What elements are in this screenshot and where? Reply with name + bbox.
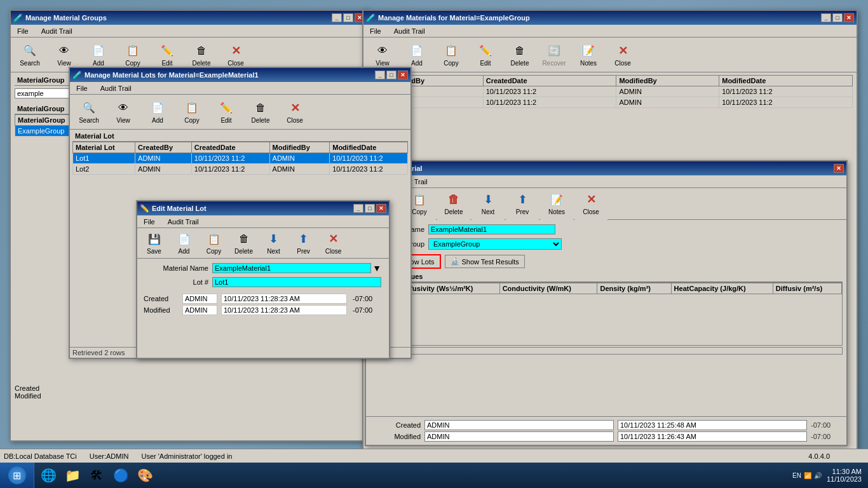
- view-button[interactable]: 👁 View: [107, 96, 140, 128]
- material-name-input[interactable]: [212, 263, 371, 273]
- window-manage-materials[interactable]: 🧪 Manage Materials for Material=ExampleG…: [362, 10, 858, 454]
- table-row[interactable]: Lot2 ADMIN 10/11/2023 11:2 ADMIN 10/11/2…: [73, 164, 408, 175]
- window-controls: _ □ ✕: [821, 13, 854, 22]
- menu-audit-trail[interactable]: Audit Trail: [164, 217, 203, 227]
- view-button[interactable]: 👁 View: [366, 39, 399, 71]
- close-button[interactable]: ✕ Close: [319, 229, 348, 257]
- user-status: User:ADMIN: [90, 452, 129, 460]
- copy-button[interactable]: 📋 Copy: [175, 96, 208, 128]
- prev-button[interactable]: ⬆ Prev: [506, 188, 539, 220]
- lot-input[interactable]: [212, 277, 381, 287]
- close-button[interactable]: ✕ Close: [574, 188, 607, 220]
- taskbar-tools-icon[interactable]: 🛠: [85, 464, 108, 486]
- taskbar-edge-icon[interactable]: 🔵: [109, 464, 132, 486]
- edit-button[interactable]: ✏️ Edit: [151, 39, 184, 71]
- close-button[interactable]: ✕ Close: [219, 39, 252, 71]
- close-button[interactable]: ✕: [376, 204, 386, 213]
- window-manage-materials-titlebar: 🧪 Manage Materials for Material=ExampleG…: [363, 11, 857, 25]
- window-edit-material[interactable]: ✏️ Edit Material ✕ File Audit Trail 📄 Ad…: [365, 160, 848, 446]
- taskbar-folder-icon[interactable]: 📁: [61, 464, 84, 486]
- table-row[interactable]: al1 ADMIN 10/11/2023 11:2 ADMIN 10/11/20…: [368, 86, 853, 97]
- delete-button[interactable]: 🗑 Delete: [185, 39, 218, 71]
- maximize-button[interactable]: □: [365, 204, 375, 213]
- close-button[interactable]: ✕: [834, 164, 844, 173]
- lot-row: Lot #: [141, 275, 385, 289]
- table-row[interactable]: Lot1 ADMIN 10/11/2023 11:2 ADMIN 10/11/2…: [73, 153, 408, 164]
- save-icon: 💾: [147, 231, 162, 247]
- notes-button[interactable]: 📝 Notes: [572, 39, 605, 71]
- show-test-results-button[interactable]: 🔬 Show Test Results: [445, 255, 525, 268]
- next-button[interactable]: ⬇ Next: [471, 188, 505, 220]
- menu-audit-trail[interactable]: Audit Trail: [37, 26, 76, 36]
- created-label: Created: [370, 421, 421, 429]
- taskbar-ie-icon[interactable]: 🌐: [37, 464, 60, 486]
- view-button[interactable]: 👁 View: [48, 39, 81, 71]
- delete-button[interactable]: 🗑 Delete: [437, 188, 470, 220]
- minimize-button[interactable]: _: [821, 13, 831, 22]
- add-button[interactable]: 📄 Add: [170, 229, 198, 257]
- notes-button[interactable]: 📝 Notes: [540, 188, 573, 220]
- menu-file[interactable]: File: [366, 26, 385, 36]
- search-button[interactable]: 🔍 Search: [72, 96, 105, 128]
- horizontal-scrollbar[interactable]: [370, 347, 843, 355]
- created-user: ADMIN: [182, 294, 217, 304]
- close-button[interactable]: ✕: [398, 71, 408, 79]
- clock-date: 11/10/2023: [827, 475, 862, 483]
- close-button[interactable]: ✕ Close: [278, 96, 311, 128]
- maximize-button[interactable]: □: [343, 13, 353, 22]
- window-icon: ✏️: [140, 204, 149, 213]
- maximize-button[interactable]: □: [386, 71, 397, 79]
- group-select[interactable]: ExampleGroup: [428, 238, 562, 250]
- delete-button[interactable]: 🗑 Delete: [229, 229, 258, 257]
- copy-button[interactable]: 📋 Copy: [200, 229, 228, 257]
- taskbar-paint-icon[interactable]: 🎨: [133, 464, 156, 486]
- window-icon: 🧪: [366, 13, 376, 22]
- prev-button[interactable]: ⬆ Prev: [289, 229, 318, 257]
- show-test-icon: 🔬: [451, 257, 459, 266]
- db-status: DB:Local Database TCi: [4, 452, 77, 460]
- copy-button[interactable]: 📋 Copy: [116, 39, 149, 71]
- window-icon: 🧪: [72, 71, 82, 79]
- menu-file[interactable]: File: [72, 83, 92, 93]
- menu-file[interactable]: File: [13, 26, 32, 36]
- copy-icon: 📋: [207, 231, 222, 247]
- modified-label: Modified: [144, 306, 179, 314]
- copy-button[interactable]: 📋 Copy: [435, 39, 468, 71]
- modified-label: Modified: [370, 433, 421, 440]
- view-icon: 👁: [57, 43, 72, 58]
- maximize-button[interactable]: □: [832, 13, 843, 22]
- dropdown-icon[interactable]: ▼: [372, 263, 381, 273]
- name-input[interactable]: [428, 224, 555, 234]
- next-button[interactable]: ⬇ Next: [259, 229, 288, 257]
- delete-button[interactable]: 🗑 Delete: [244, 96, 277, 128]
- modified-date: 10/11/2023 11:26:43 AM: [618, 431, 807, 442]
- created-row: Created ADMIN 10/11/2023 11:28:23 AM -07…: [141, 293, 385, 304]
- table-row[interactable]: al2 ADMIN 10/11/2023 11:2 ADMIN 10/11/20…: [368, 97, 853, 108]
- minimize-button[interactable]: _: [375, 71, 385, 79]
- window-edit-lot[interactable]: ✏️ Edit Material Lot _ □ ✕ File Audit Tr…: [136, 200, 390, 359]
- close-button[interactable]: ✕: [844, 13, 854, 22]
- add-button[interactable]: 📄 Add: [82, 39, 115, 71]
- material-name-label: Material Name: [145, 264, 208, 272]
- edit-button[interactable]: ✏️ Edit: [469, 39, 502, 71]
- add-button[interactable]: 📄 Add: [141, 96, 174, 128]
- group-row: Group ExampleGroup: [370, 236, 843, 252]
- lots-table: Material Lot CreatedBy CreatedDate Modif…: [72, 142, 408, 175]
- minimize-button[interactable]: _: [332, 13, 342, 22]
- delete-icon: 🗑: [512, 43, 527, 58]
- menu-file[interactable]: File: [140, 217, 159, 227]
- add-button[interactable]: 📄 Add: [400, 39, 433, 71]
- edit-button[interactable]: ✏️ Edit: [210, 96, 243, 128]
- delete-button[interactable]: 🗑 Delete: [503, 39, 536, 71]
- search-button[interactable]: 🔍 Search: [13, 39, 46, 71]
- window-edit-material-titlebar: ✏️ Edit Material ✕: [366, 161, 846, 175]
- save-button[interactable]: 💾 Save: [140, 229, 168, 257]
- add-icon: 📄: [177, 231, 192, 247]
- start-button[interactable]: ⊞: [0, 463, 34, 488]
- close-button[interactable]: ✕ Close: [606, 39, 639, 71]
- name-row: Name: [370, 222, 843, 236]
- edit-icon: ✏️: [219, 100, 234, 116]
- menu-audit-trail[interactable]: Audit Trail: [97, 83, 135, 93]
- menu-audit-trail[interactable]: Audit Trail: [390, 26, 429, 36]
- minimize-button[interactable]: _: [353, 204, 363, 213]
